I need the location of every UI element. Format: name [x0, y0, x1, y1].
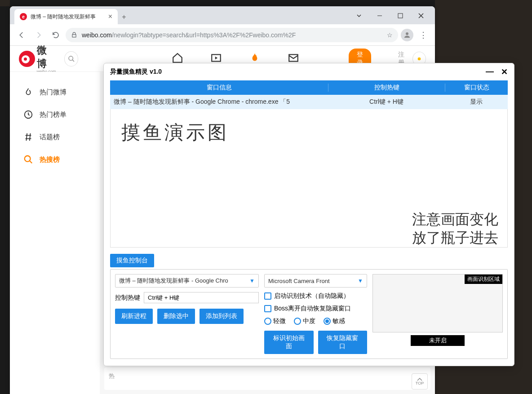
checkbox-icon [264, 292, 271, 300]
sidebar-item-topic[interactable]: 话题榜 [10, 126, 100, 148]
radio-icon [264, 318, 271, 325]
sidebar-item-hot-weibo[interactable]: 热门微博 [10, 81, 100, 103]
demo-title: 摸鱼演示图 [121, 120, 497, 145]
td-hotkey: Ctrl键 + H键 [328, 98, 445, 106]
th-hotkey[interactable]: 控制热键 [328, 84, 445, 92]
th-window-info[interactable]: 窗口信息 [110, 84, 328, 92]
maximize-icon[interactable] [390, 9, 411, 22]
radio-icon [324, 318, 331, 325]
mark-button[interactable]: 标识初始画面 [264, 331, 314, 354]
th-status[interactable]: 窗口状态 [445, 84, 508, 92]
demo-area: 摸鱼演示图 注意画面变化 放了瓶子进去 [110, 109, 508, 248]
table-row[interactable]: 微博 – 随时随地发现新鲜事 - Google Chrome - chrome.… [110, 95, 508, 109]
hotkey-input[interactable] [144, 292, 259, 303]
camera-select[interactable]: Microsoft Camera Front ▼ [264, 274, 367, 288]
sidebar-item-label: 热门榜单 [40, 111, 66, 119]
close-icon[interactable]: ✕ [501, 67, 508, 77]
svg-line-4 [72, 60, 74, 62]
chevron-up-icon [417, 377, 422, 381]
tab-title: 微博 – 随时随地发现新鲜事 [31, 13, 96, 21]
app-title: 异量摸鱼精灵 v1.0 [110, 68, 162, 76]
weibo-logo[interactable]: 微博 weibo.com [19, 44, 56, 74]
preview-label: 画面识别区域 [465, 274, 502, 284]
svg-point-2 [406, 32, 408, 35]
sidebar-item-label: 热门微博 [40, 88, 66, 97]
url-text: weibo.com/newlogin?tabtype=search&url=ht… [82, 31, 382, 39]
profile-icon[interactable] [401, 29, 413, 41]
back-button[interactable] [14, 28, 29, 42]
app-titlebar[interactable]: 异量摸鱼精灵 v1.0 — ✕ [104, 63, 514, 80]
new-tab-button[interactable]: + [118, 11, 130, 23]
menu-icon[interactable]: ⋮ [416, 30, 430, 40]
sidebar-item-hot-search[interactable]: 热搜榜 [10, 148, 100, 171]
restore-button[interactable]: 恢复隐藏窗口 [318, 331, 368, 354]
console-label: 摸鱼控制台 [110, 254, 154, 267]
checkbox-icon [264, 305, 271, 312]
radio-icon [294, 318, 301, 325]
refresh-button[interactable]: 刷新进程 [115, 309, 153, 324]
hash-icon [23, 132, 33, 142]
lock-icon [71, 32, 77, 38]
chevron-down-icon: ▼ [249, 278, 255, 284]
logo-text: 微博 [37, 44, 56, 71]
browser-titlebar: e 微博 – 随时随地发现新鲜事 × + [10, 6, 435, 24]
checkbox-auto-hide[interactable]: 启动识别技术（自动隐藏） [264, 292, 367, 300]
reload-button[interactable] [49, 28, 63, 42]
search-icon [23, 155, 33, 164]
add-button[interactable]: 添加到列表 [200, 309, 244, 324]
svg-point-9 [25, 156, 31, 162]
console-panel: 微博 – 随时随地发现新鲜事 - Google Chro ▼ 控制热键 刷新进程… [110, 269, 508, 359]
minimize-icon[interactable] [369, 9, 390, 22]
tab-close-icon[interactable]: × [108, 13, 112, 21]
weibo-sidebar: 热门微博 热门榜单 话题榜 热搜榜 [10, 72, 100, 394]
weibo-favicon: e [20, 13, 27, 20]
feed-item[interactable]: 热 [104, 367, 430, 390]
weibo-logo-icon [19, 51, 35, 67]
svg-point-3 [69, 56, 73, 60]
demo-note-2: 放了瓶子进去 [412, 228, 498, 248]
dropdown-icon[interactable] [349, 9, 369, 22]
detection-status: 未开启 [411, 335, 465, 346]
clock-icon [23, 110, 33, 120]
checkbox-boss-away[interactable]: Boss离开自动恢复隐藏窗口 [264, 305, 367, 313]
window-select[interactable]: 微博 – 随时随地发现新鲜事 - Google Chro ▼ [115, 274, 259, 288]
svg-rect-1 [398, 13, 403, 18]
radio-light[interactable]: 轻微 [264, 317, 286, 325]
svg-point-7 [418, 57, 421, 60]
scroll-top-button[interactable]: TOP [412, 373, 428, 390]
svg-line-10 [30, 161, 32, 164]
address-bar[interactable]: weibo.com/newlogin?tabtype=search&url=ht… [66, 28, 398, 42]
app-window: 异量摸鱼精灵 v1.0 — ✕ 窗口信息 控制热键 窗口状态 微博 – 随时随地… [103, 63, 514, 366]
close-icon[interactable] [411, 9, 431, 22]
radio-sensitive[interactable]: 敏感 [324, 317, 345, 325]
delete-button[interactable]: 删除选中 [157, 309, 195, 324]
minimize-icon[interactable]: — [486, 67, 494, 77]
sidebar-item-hot-list[interactable]: 热门榜单 [10, 103, 100, 126]
sidebar-item-label: 热搜榜 [40, 155, 60, 164]
chevron-down-icon: ▼ [358, 278, 363, 284]
fire-icon [23, 87, 33, 97]
hotkey-label: 控制热键 [115, 294, 140, 302]
browser-toolbar: weibo.com/newlogin?tabtype=search&url=ht… [10, 24, 435, 46]
search-button[interactable] [64, 51, 78, 66]
radio-medium[interactable]: 中度 [294, 317, 315, 325]
table-header: 窗口信息 控制热键 窗口状态 [110, 80, 508, 95]
td-status: 显示 [445, 98, 508, 106]
bookmark-icon[interactable]: ☆ [387, 31, 393, 39]
sidebar-item-label: 话题榜 [40, 133, 60, 142]
td-window-info: 微博 – 随时随地发现新鲜事 - Google Chrome - chrome.… [110, 98, 328, 106]
browser-tab[interactable]: e 微博 – 随时随地发现新鲜事 × [14, 9, 118, 24]
preview-box: 画面识别区域 [372, 274, 503, 332]
forward-button[interactable] [31, 28, 46, 42]
demo-note-1: 注意画面变化 [412, 210, 498, 229]
